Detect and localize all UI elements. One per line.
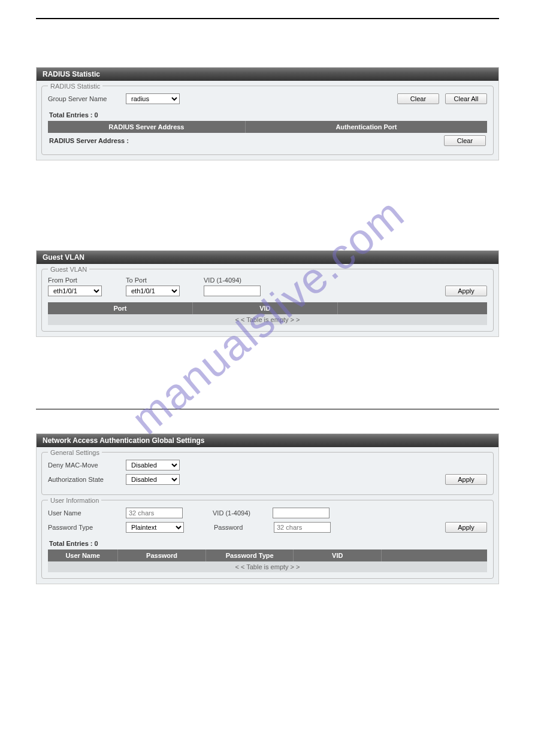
guest-vlan-empty: < < Table is empty > > [48,314,487,325]
to-port-select[interactable]: eth1/0/1 [126,286,180,296]
vid-label-gv: VID (1-4094) [204,277,261,284]
section-radius-statistic: RADIUS Statistic RADIUS Statistic Group … [36,67,499,160]
col-port: Port [48,302,193,314]
radius-fieldset: RADIUS Statistic Group Server Name radiu… [41,86,494,155]
vid-label-ui: VID (1-4094) [213,509,267,517]
mid-horizontal-rule [36,409,499,409]
password-type-select[interactable]: Plaintext [126,522,184,533]
clear-button-row[interactable]: Clear [444,135,486,146]
general-settings-fieldset: General Settings Deny MAC-Move Disabled … [41,452,494,495]
from-port-select[interactable]: eth1/0/1 [48,286,102,296]
authorization-state-label: Authorization State [48,476,120,483]
user-table-header: User Name Password Password Type VID [48,549,487,561]
username-label: User Name [48,509,120,517]
radius-server-address-label: RADIUS Server Address : [49,137,129,144]
deny-mac-move-label: Deny MAC-Move [48,462,120,469]
clear-all-button[interactable]: Clear All [445,93,487,104]
total-entries-radius: Total Entries : 0 [48,108,487,121]
user-information-fieldset: User Information User Name VID (1-4094) … [41,500,494,579]
network-access-panel: Network Access Authentication Global Set… [36,433,499,584]
col-vid-user: VID [294,549,382,561]
to-port-label: To Port [126,277,180,284]
col-radius-address: RADIUS Server Address [48,121,246,133]
user-information-legend: User Information [48,497,101,504]
col-auth-port: Authentication Port [246,121,487,133]
guest-vlan-fieldset: Guest VLAN From Port eth1/0/1 To Port et… [41,269,494,332]
clear-button[interactable]: Clear [397,93,439,104]
col-password-type: Password Type [206,549,294,561]
password-label: Password [214,524,268,531]
apply-button-gv[interactable]: Apply [445,286,487,296]
password-input[interactable] [274,522,331,533]
radius-statistic-panel: RADIUS Statistic RADIUS Statistic Group … [36,67,499,160]
authorization-state-select[interactable]: Disabled [126,474,180,485]
group-server-name-select[interactable]: radius [126,93,180,104]
panel-title-radius: RADIUS Statistic [37,68,498,81]
col-blank-gv [338,302,487,314]
group-server-name-label: Group Server Name [48,95,120,102]
section-guest-vlan: Guest VLAN Guest VLAN From Port eth1/0/1… [36,250,499,337]
section-network-access: Network Access Authentication Global Set… [36,433,499,584]
col-username: User Name [48,549,118,561]
radius-address-row: RADIUS Server Address : Clear [48,133,487,148]
guest-vlan-table-header: Port VID [48,302,487,314]
guest-vlan-panel: Guest VLAN Guest VLAN From Port eth1/0/1… [36,250,499,337]
col-password: Password [118,549,206,561]
from-port-label: From Port [48,277,102,284]
panel-title-network-access: Network Access Authentication Global Set… [37,434,498,447]
panel-title-guest-vlan: Guest VLAN [37,251,498,264]
vid-input-ui[interactable] [273,508,330,518]
col-vid-gv: VID [193,302,338,314]
guest-vlan-legend: Guest VLAN [48,266,89,273]
general-settings-legend: General Settings [48,449,102,456]
radius-table-header: RADIUS Server Address Authentication Por… [48,121,487,133]
radius-fieldset-legend: RADIUS Statistic [48,83,102,90]
username-input[interactable] [126,508,183,518]
col-blank-user [382,549,487,561]
total-entries-user: Total Entries : 0 [48,536,487,549]
top-horizontal-rule [36,18,499,19]
apply-button-user[interactable]: Apply [445,522,487,533]
vid-input-gv[interactable] [204,286,261,296]
apply-button-general[interactable]: Apply [445,474,487,485]
deny-mac-move-select[interactable]: Disabled [126,460,180,470]
user-table-empty: < < Table is empty > > [48,561,487,572]
password-type-label: Password Type [48,524,120,531]
